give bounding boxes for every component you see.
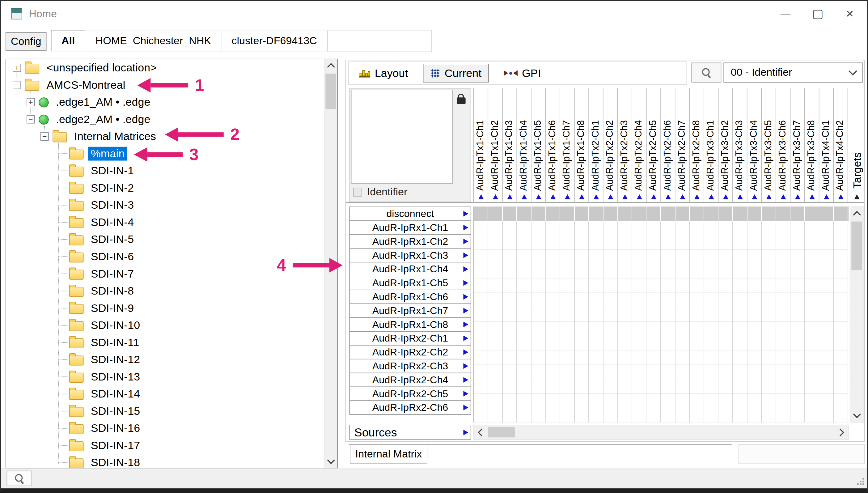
tree-item-label[interactable]: <unspecified location> xyxy=(44,61,160,75)
column-header-audr-iptx1-ch2[interactable]: AudR-IpTx1-Ch2 xyxy=(488,88,503,202)
tree-item-label[interactable]: .edge1_AM • .edge xyxy=(53,95,153,109)
tree-item-label[interactable]: SDI-IN-15 xyxy=(88,404,143,418)
row-label-audr-iprx2-ch1[interactable]: AudR-IpRx2-Ch1 xyxy=(349,331,471,346)
tree-item-label[interactable]: SDI-IN-18 xyxy=(88,456,143,468)
scroll-right-button[interactable] xyxy=(835,425,848,439)
collapse-icon[interactable]: − xyxy=(27,115,35,124)
tree-item-sdi-in-9[interactable]: SDI-IN-9 xyxy=(6,300,324,317)
tree-item-sdi-in-1[interactable]: SDI-IN-1 xyxy=(6,162,324,179)
scroll-left-button[interactable] xyxy=(474,425,487,439)
tree-item-sdi-in-16[interactable]: SDI-IN-16 xyxy=(6,420,324,437)
status-search-button[interactable] xyxy=(6,471,32,486)
tree-item-label[interactable]: %main xyxy=(88,147,127,161)
tree-item-label[interactable]: SDI-IN-8 xyxy=(88,284,137,298)
tree-item-label[interactable]: SDI-IN-2 xyxy=(88,181,137,195)
tree-item-label[interactable]: SDI-IN-9 xyxy=(88,301,137,315)
tree-item-label[interactable]: SDI-IN-6 xyxy=(88,250,137,264)
column-header-audr-iptx3-ch8[interactable]: AudR-IpTx3-Ch8 xyxy=(805,88,820,202)
tree-item-label[interactable]: SDI-IN-10 xyxy=(88,318,143,332)
tree-item-edge2-am-edge[interactable]: −.edge2_AM • .edge xyxy=(6,111,324,128)
layout-view-button[interactable]: Layout xyxy=(352,64,415,83)
column-header-audr-iptx4-ch1[interactable]: AudR-IpTx4-Ch1 xyxy=(819,88,834,202)
matrix-crosspoint-grid[interactable] xyxy=(473,207,849,423)
column-header-audr-iptx2-ch3[interactable]: AudR-IpTx2-Ch3 xyxy=(618,88,632,202)
column-header-audr-iptx2-ch8[interactable]: AudR-IpTx2-Ch8 xyxy=(690,88,704,202)
tree-item-label[interactable]: SDI-IN-1 xyxy=(88,164,137,178)
tree-item-edge1-am-edge[interactable]: +.edge1_AM • .edge xyxy=(6,94,324,111)
tab-home-chichester-nhk[interactable]: HOME_Chichester_NHK xyxy=(85,30,222,51)
tree-item-label[interactable]: SDI-IN-4 xyxy=(88,215,137,229)
gpi-view-button[interactable]: GPI xyxy=(496,64,548,83)
row-label-audr-iprx1-ch7[interactable]: AudR-IpRx1-Ch7 xyxy=(349,303,471,318)
tree-item-label[interactable]: SDI-IN-13 xyxy=(88,370,143,384)
scrollbar-thumb[interactable] xyxy=(488,427,515,437)
matrix-vertical-scrollbar[interactable] xyxy=(850,207,864,423)
row-label-audr-iprx1-ch3[interactable]: AudR-IpRx1-Ch3 xyxy=(349,248,471,263)
close-button[interactable]: ✕ xyxy=(834,1,866,27)
row-label-audr-iprx1-ch6[interactable]: AudR-IpRx1-Ch6 xyxy=(349,290,471,304)
scrollbar-thumb[interactable] xyxy=(326,73,336,109)
column-header-audr-iptx1-ch4[interactable]: AudR-IpTx1-Ch4 xyxy=(517,88,532,202)
collapse-icon[interactable]: − xyxy=(41,132,49,141)
tree-item-label[interactable]: SDI-IN-16 xyxy=(88,421,143,435)
tree-item-sdi-in-4[interactable]: SDI-IN-4 xyxy=(6,214,324,231)
tab-cluster-df69413c[interactable]: cluster-DF69413C xyxy=(222,30,327,51)
scroll-up-button[interactable] xyxy=(850,207,864,220)
tree-item-label[interactable]: SDI-IN-14 xyxy=(88,387,143,401)
tree-item-sdi-in-2[interactable]: SDI-IN-2 xyxy=(6,179,324,197)
tree-item-sdi-in-13[interactable]: SDI-IN-13 xyxy=(6,368,324,385)
column-header-audr-iptx2-ch5[interactable]: AudR-IpTx2-Ch5 xyxy=(646,88,661,202)
tree-item-sdi-in-15[interactable]: SDI-IN-15 xyxy=(6,403,324,420)
tree-item-label[interactable]: SDI-IN-3 xyxy=(88,198,137,212)
row-label-audr-iprx2-ch5[interactable]: AudR-IpRx2-Ch5 xyxy=(349,386,471,401)
lock-icon[interactable] xyxy=(457,98,466,104)
tree-item-sdi-in-5[interactable]: SDI-IN-5 xyxy=(6,231,324,248)
column-header-audr-iptx1-ch8[interactable]: AudR-IpTx1-Ch8 xyxy=(575,88,589,202)
scrollbar-thumb[interactable] xyxy=(851,222,862,271)
column-header-audr-iptx2-ch1[interactable]: AudR-IpTx2-Ch1 xyxy=(589,88,603,202)
sources-header[interactable]: Sources xyxy=(349,425,471,440)
minimize-button[interactable]: — xyxy=(770,1,802,27)
row-label-audr-iprx1-ch2[interactable]: AudR-IpRx1-Ch2 xyxy=(349,234,471,249)
collapse-icon[interactable]: − xyxy=(13,81,21,89)
tree-item-label[interactable]: AMCS-Montreal xyxy=(44,78,128,92)
tree-item-label[interactable]: .edge2_AM • .edge xyxy=(53,112,153,126)
tree-item-label[interactable]: Internal Matrices xyxy=(71,129,159,144)
tree-item-sdi-in-11[interactable]: SDI-IN-11 xyxy=(6,334,324,351)
row-label-disconnect[interactable]: disconnect xyxy=(349,207,471,221)
row-label-audr-iprx1-ch8[interactable]: AudR-IpRx1-Ch8 xyxy=(349,317,471,332)
expand-icon[interactable]: + xyxy=(13,64,21,72)
resize-grip[interactable] xyxy=(856,477,864,485)
row-label-audr-iprx2-ch4[interactable]: AudR-IpRx2-Ch4 xyxy=(349,373,471,387)
tab-all[interactable]: All xyxy=(51,30,86,51)
row-label-audr-iprx1-ch4[interactable]: AudR-IpRx1-Ch4 xyxy=(349,262,471,276)
column-header-audr-iptx1-ch1[interactable]: AudR-IpTx1-Ch1 xyxy=(474,88,489,202)
scroll-up-button[interactable] xyxy=(325,59,337,73)
column-header-audr-iptx1-ch7[interactable]: AudR-IpTx1-Ch7 xyxy=(560,88,575,202)
scroll-down-button[interactable] xyxy=(850,409,864,422)
column-header-audr-iptx3-ch2[interactable]: AudR-IpTx3-Ch2 xyxy=(718,88,733,202)
tree-item-sdi-in-17[interactable]: SDI-IN-17 xyxy=(6,437,324,454)
row-label-audr-iprx1-ch1[interactable]: AudR-IpRx1-Ch1 xyxy=(349,220,471,235)
column-header-audr-iptx1-ch5[interactable]: AudR-IpTx1-Ch5 xyxy=(532,88,546,202)
tab-internal-matrix[interactable]: Internal Matrix xyxy=(350,444,427,464)
tree-item-sdi-in-8[interactable]: SDI-IN-8 xyxy=(6,282,324,300)
tree-item-sdi-in-12[interactable]: SDI-IN-12 xyxy=(6,351,324,368)
tree-item-label[interactable]: SDI-IN-11 xyxy=(88,336,142,349)
column-header-audr-iptx3-ch6[interactable]: AudR-IpTx3-Ch6 xyxy=(776,88,791,202)
row-label-audr-iprx2-ch3[interactable]: AudR-IpRx2-Ch3 xyxy=(349,359,471,373)
tree-item-unspecified-location[interactable]: +<unspecified location> xyxy=(6,59,324,77)
column-header-audr-iptx2-ch2[interactable]: AudR-IpTx2-Ch2 xyxy=(603,88,618,202)
tree-item-sdi-in-6[interactable]: SDI-IN-6 xyxy=(6,248,324,265)
column-header-audr-iptx3-ch1[interactable]: AudR-IpTx3-Ch1 xyxy=(704,88,719,202)
expand-icon[interactable]: + xyxy=(27,98,35,106)
tree-item-sdi-in-14[interactable]: SDI-IN-14 xyxy=(6,385,324,403)
matrix-search-button[interactable] xyxy=(692,62,721,82)
scroll-down-button[interactable] xyxy=(325,455,337,468)
row-label-audr-iprx1-ch5[interactable]: AudR-IpRx1-Ch5 xyxy=(349,276,471,290)
tree-item-label[interactable]: SDI-IN-5 xyxy=(88,232,137,246)
column-header-audr-iptx2-ch7[interactable]: AudR-IpTx2-Ch7 xyxy=(675,88,690,202)
identifier-row[interactable]: Identifier xyxy=(353,186,407,198)
column-header-audr-iptx4-ch2[interactable]: AudR-IpTx4-Ch2 xyxy=(834,88,848,202)
column-header-audr-iptx1-ch3[interactable]: AudR-IpTx1-Ch3 xyxy=(503,88,517,202)
